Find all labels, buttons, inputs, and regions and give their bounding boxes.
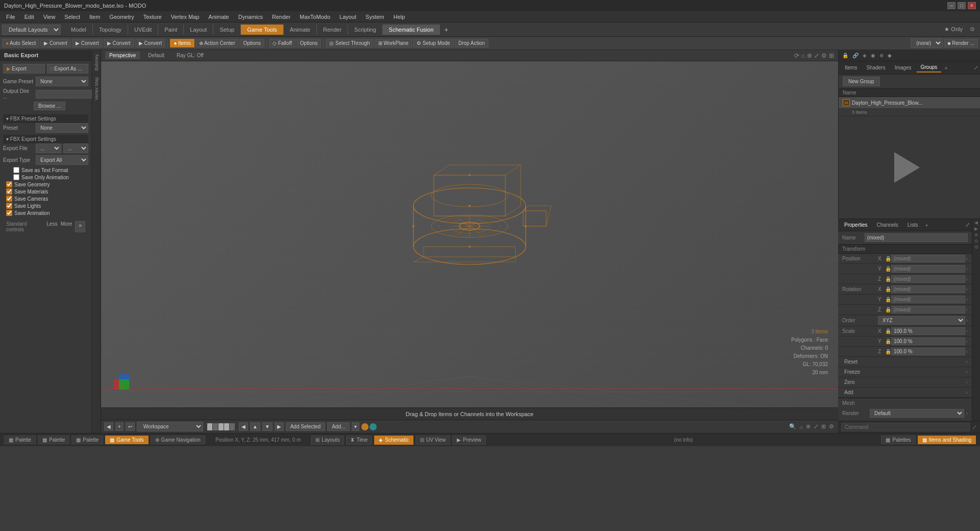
center-preview-button[interactable]: ▶ Preview [452, 436, 486, 445]
sc-tab-items[interactable]: Items [841, 63, 861, 72]
add-selected-button[interactable]: Add Selected [286, 422, 326, 431]
tab-uvedit[interactable]: UVEdit [128, 25, 158, 35]
viewport-add-icon-button[interactable]: + [115, 422, 124, 431]
viewport-tab-raygl[interactable]: Ray GL: Off [173, 52, 208, 59]
viewport-settings-icon[interactable]: ⚙ [821, 52, 827, 59]
menu-render[interactable]: Render [268, 13, 295, 21]
viewport-zoom-fit-icon[interactable]: ⊕ [807, 52, 812, 59]
menu-animate[interactable]: Animate [204, 13, 233, 21]
menu-layout[interactable]: Layout [335, 13, 360, 21]
menu-select[interactable]: Select [60, 13, 84, 21]
schematic-lock-icon[interactable]: 🔒 [841, 52, 850, 59]
toolbar-options-1[interactable]: Options [239, 39, 264, 47]
props-icon-4[interactable]: ⊖ [974, 238, 978, 244]
viewport-step-left[interactable]: ◀ [239, 422, 248, 431]
menu-maxtomodo[interactable]: MaxToModo [296, 13, 334, 21]
export-as-button[interactable]: □ Export As ... [47, 64, 89, 74]
viewport-home-icon[interactable]: ⌂ [801, 52, 805, 59]
minimize-button[interactable]: ─ [947, 2, 955, 9]
sc-tab-shaders[interactable]: Shaders [862, 63, 889, 72]
schematic-icon-6[interactable]: ◆ [886, 52, 893, 59]
schematic-icon-4[interactable]: ◉ [869, 52, 877, 59]
layout-3[interactable] [218, 423, 224, 430]
tab-schematic-fusion[interactable]: Schematic Fusion [383, 25, 440, 35]
props-icon-1[interactable]: ◀ [974, 220, 978, 225]
scale-y-input[interactable] [891, 337, 965, 345]
play-button[interactable] [894, 152, 925, 183]
viewport-expand-icon[interactable]: ⊞ [829, 52, 834, 59]
menu-texture[interactable]: Texture [139, 13, 166, 21]
viewport-canvas[interactable]: 3 Items Polygons : Face Channels: 0 Defo… [101, 61, 838, 407]
new-group-button[interactable]: New Group [843, 77, 880, 86]
item-entry-blower[interactable]: M Dayton_High_Pressure_Blow... [839, 97, 980, 109]
save-lights-checkbox[interactable] [6, 203, 12, 209]
transform-header[interactable]: Transform [838, 245, 972, 254]
viewport-undo-icon-button[interactable]: ↩ [126, 422, 135, 431]
scale-z-input[interactable] [891, 348, 965, 355]
viewport-settings-icon-2[interactable]: ⚙ [828, 422, 835, 431]
rotation-x-input[interactable] [891, 285, 965, 293]
sc-expand-button[interactable]: ⤢ [974, 65, 978, 70]
menu-file[interactable]: File [2, 13, 19, 21]
export-type-dropdown[interactable]: Export All [36, 155, 88, 165]
game-preset-dropdown[interactable]: None [36, 77, 88, 86]
viewport[interactable]: 3 Items Polygons : Face Channels: 0 Defo… [101, 61, 838, 407]
fbx-export-section[interactable]: FBX Export Settings [3, 135, 88, 143]
palette-item-game-nav[interactable]: ⊕ Game Navigation [151, 436, 205, 444]
viewport-zoom-icon[interactable]: ⤢ [813, 422, 819, 431]
layout-2[interactable] [213, 423, 218, 430]
sc-tab-images[interactable]: Images [891, 63, 916, 72]
viewport-tab-default[interactable]: Default [144, 52, 168, 59]
position-x-input[interactable] [891, 255, 965, 262]
add-dropdown-button[interactable]: ▾ [352, 422, 359, 431]
toolbar-falloff[interactable]: ◇ Falloff [269, 39, 296, 47]
orange-dot[interactable] [361, 423, 369, 430]
toolbar-workplane[interactable]: ⊞ WorkPlane [375, 39, 412, 47]
menu-geometry[interactable]: Geometry [105, 13, 138, 21]
viewport-home-icon-2[interactable]: ⌂ [798, 423, 804, 431]
toolbar-none-dropdown[interactable]: (none) [911, 38, 943, 48]
schematic-icon-3[interactable]: ◈ [861, 52, 868, 59]
menu-edit[interactable]: Edit [20, 13, 38, 21]
toolbar-options-2[interactable]: Options [297, 39, 321, 47]
freeze-button[interactable]: Freeze [842, 368, 966, 376]
only-button[interactable]: ★ Only [940, 24, 967, 35]
position-z-lock[interactable]: 🔒 [885, 276, 891, 282]
save-text-format-checkbox[interactable] [13, 167, 19, 173]
center-uvview-button[interactable]: ⊟ UV View [415, 436, 450, 445]
props-expand-button[interactable]: ⤢ [965, 222, 970, 228]
export-file-dropdown2[interactable]: ... [63, 143, 89, 153]
render-dropdown[interactable]: Default [870, 409, 964, 418]
maximize-button[interactable]: □ [958, 2, 966, 9]
toolbar-action-center[interactable]: ⊕ Action Center [195, 39, 239, 47]
props-icon-5[interactable]: ⚙ [974, 245, 978, 250]
schematic-icon-5[interactable]: ⊕ [878, 52, 885, 59]
tabs-settings-icon[interactable]: ⚙ [967, 24, 978, 35]
props-icon-3[interactable]: ⊕ [974, 232, 978, 237]
viewport-step-right[interactable]: ▶ [275, 422, 284, 431]
position-y-input[interactable] [891, 265, 965, 273]
schematic-link-icon[interactable]: 🔗 [851, 52, 860, 59]
center-time-button[interactable]: ⧗ Time [346, 436, 372, 445]
tab-model[interactable]: Model [65, 25, 93, 35]
viewport-tab-perspective[interactable]: Perspective [105, 52, 140, 59]
viewport-step-up[interactable]: ▲ [250, 422, 260, 431]
menu-vertex-map[interactable]: Vertex Map [167, 13, 204, 21]
export-button[interactable]: ▶ Export [3, 64, 45, 74]
nav-cube[interactable] [111, 372, 132, 392]
order-dropdown[interactable]: XYZ [878, 316, 965, 325]
zero-button[interactable]: Zero [842, 378, 966, 386]
sc-tab-groups[interactable]: Groups [917, 63, 942, 73]
tab-setup[interactable]: Setup [213, 25, 241, 35]
side-icon-vertex-map[interactable]: Vertex Map [93, 75, 100, 103]
toolbar-convert-3[interactable]: ▶ Convert [104, 39, 134, 47]
palettes-button[interactable]: ▦ Palettes [881, 436, 915, 444]
save-materials-checkbox[interactable] [6, 188, 12, 195]
close-button[interactable]: ✕ [968, 2, 976, 9]
palette-item-3[interactable]: ▦ Palette [71, 436, 103, 444]
toolbar-render[interactable]: ■ Render ... [944, 39, 978, 47]
save-cameras-checkbox[interactable] [6, 196, 12, 202]
reset-button[interactable]: Reset [842, 358, 966, 366]
viewport-back-button[interactable]: ◀ [104, 422, 113, 431]
props-tab-channels[interactable]: Channels [873, 221, 902, 229]
